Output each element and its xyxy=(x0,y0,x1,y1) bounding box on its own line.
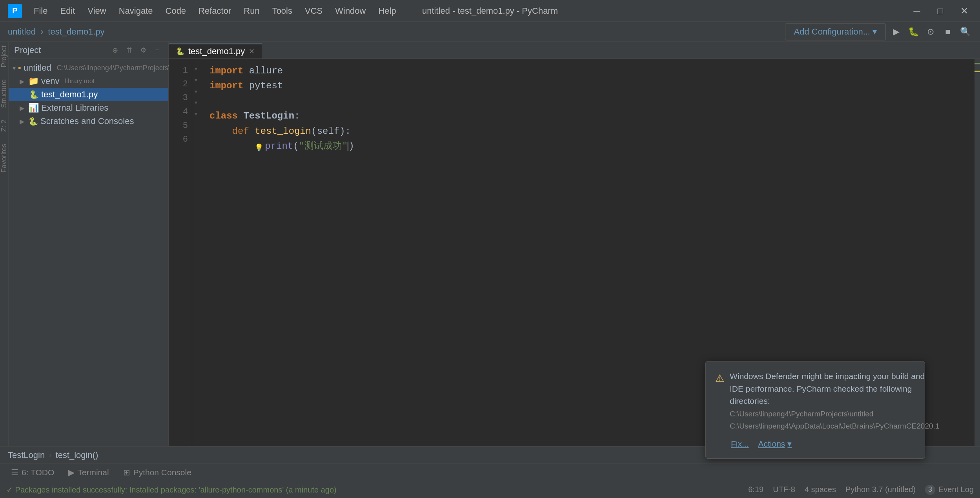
tree-arrow-untitled: ▾ xyxy=(13,64,16,72)
project-tree: ▾ ▪ untitled C:\Users\linpeng4\PycharmPr… xyxy=(9,59,168,130)
menu-edit[interactable]: Edit xyxy=(55,4,80,18)
tab-todo[interactable]: ☰ 6: TODO xyxy=(5,465,60,480)
breadcrumb-toolbar: untitled › test_demo1.py Add Configurati… xyxy=(0,22,980,42)
folder-icon-untitled: ▪ xyxy=(18,63,21,73)
app-icon: P xyxy=(8,4,22,18)
warning-icon: ⚠ xyxy=(715,371,724,386)
tree-label-test-demo1: test_demo1.py xyxy=(41,89,98,100)
gutter-mark-1 xyxy=(975,63,980,64)
actions-arrow: ▾ xyxy=(787,438,792,450)
terminal-icon: ▶ xyxy=(68,468,75,477)
tab-terminal[interactable]: ▶ Terminal xyxy=(62,465,115,480)
tab-close-button[interactable]: ✕ xyxy=(249,47,255,56)
code-line-5: def test_login(self): xyxy=(209,124,967,139)
coverage-button[interactable]: ⊙ xyxy=(924,25,938,39)
event-log-label: Event Log xyxy=(938,485,974,494)
bc-class[interactable]: TestLogin xyxy=(8,450,45,460)
indent[interactable]: 4 spaces xyxy=(805,485,836,494)
fold-gutter: ▾ ▾ ▾ ▾ ▾ xyxy=(192,59,202,446)
breadcrumb-separator: › xyxy=(40,27,43,37)
menu-tools[interactable]: Tools xyxy=(267,4,298,18)
todo-icon: ☰ xyxy=(11,468,18,477)
tree-item-venv[interactable]: ▶ 📁 venv library root xyxy=(9,75,168,88)
menu-file[interactable]: File xyxy=(28,4,53,18)
gutter-mark-warn xyxy=(975,71,980,72)
title-bar-left: P File Edit View Navigate Code Refactor … xyxy=(8,4,402,18)
terminal-label: Terminal xyxy=(78,468,109,477)
status-bar: ✓ Packages installed successfully: Insta… xyxy=(0,481,980,498)
tree-arrow-ext: ▶ xyxy=(20,104,26,112)
tree-item-untitled[interactable]: ▾ ▪ untitled C:\Users\linpeng4\PycharmPr… xyxy=(9,61,168,75)
code-line-4: class TestLogin: xyxy=(209,109,967,124)
menu-help[interactable]: Help xyxy=(373,4,401,18)
tree-path-untitled: C:\Users\linpeng4\PycharmProjects\u xyxy=(57,64,174,72)
menu-vcs[interactable]: VCS xyxy=(299,4,328,18)
sidebar-item-structure[interactable]: Structure xyxy=(0,79,8,108)
code-line-3 xyxy=(209,94,967,109)
menu-refactor[interactable]: Refactor xyxy=(193,4,237,18)
new-file-icon[interactable]: ⊕ xyxy=(109,45,120,56)
right-scroll-gutter xyxy=(975,59,980,446)
close-button[interactable]: ✕ xyxy=(956,4,972,18)
sidebar-item-z2[interactable]: Z: 2 xyxy=(0,120,8,132)
maximize-button[interactable]: □ xyxy=(934,4,947,18)
status-message: ✓ Packages installed successfully: Insta… xyxy=(6,485,740,494)
notification-title: Windows Defender might be impacting your… xyxy=(730,372,925,405)
event-log-button[interactable]: 3 Event Log xyxy=(925,485,974,495)
bottom-tabs: ☰ 6: TODO ▶ Terminal ⊞ Python Console xyxy=(0,463,980,481)
top-right-actions: Add Configuration... ▾ ▶ 🐛 ⊙ ■ 🔍 xyxy=(785,23,972,40)
tree-arrow-venv: ▶ xyxy=(20,78,26,85)
main-area: Project Structure Z: 2 Favorites Project… xyxy=(0,42,980,446)
tree-label-venv: venv xyxy=(41,76,59,86)
py-icon-test-demo1: 🐍 xyxy=(29,90,39,99)
sidebar-item-favorites[interactable]: Favorites xyxy=(0,144,8,173)
debug-button[interactable]: 🐛 xyxy=(906,25,920,39)
code-line-1: import allure xyxy=(209,64,967,78)
notification-header: ⚠ Windows Defender might be impacting yo… xyxy=(715,370,915,432)
fix-link[interactable]: Fix... xyxy=(731,438,749,450)
tree-label-untitled: untitled xyxy=(24,63,51,73)
tree-label-scratches: Scratches and Consoles xyxy=(40,116,134,126)
hide-panel-icon[interactable]: − xyxy=(152,45,163,56)
settings-icon[interactable]: ⚙ xyxy=(138,45,149,56)
title-bar: P File Edit View Navigate Code Refactor … xyxy=(0,0,980,22)
menu-navigate[interactable]: Navigate xyxy=(113,4,158,18)
breadcrumb-project[interactable]: untitled xyxy=(8,27,36,37)
folder-icon-ext: 📊 xyxy=(28,103,39,113)
menu-code[interactable]: Code xyxy=(160,4,192,18)
add-config-label: Add Configuration... xyxy=(794,27,870,37)
breadcrumb-file[interactable]: test_demo1.py xyxy=(48,27,104,37)
python-version[interactable]: Python 3.7 (untitled) xyxy=(845,485,916,494)
tree-item-external-libs[interactable]: ▶ 📊 External Libraries xyxy=(9,101,168,115)
tab-bar: 🐍 test_demo1.py ✕ xyxy=(169,42,980,59)
menu-view[interactable]: View xyxy=(82,4,111,18)
window-title: untitled - test_demo1.py - PyCharm xyxy=(422,6,558,16)
code-line-2: import pytest xyxy=(209,78,967,93)
actions-link[interactable]: Actions ▾ xyxy=(758,438,792,450)
menu-run[interactable]: Run xyxy=(238,4,265,18)
menu-bar: File Edit View Navigate Code Refactor Ru… xyxy=(28,4,402,18)
stop-button[interactable]: ■ xyxy=(941,25,955,39)
tab-test-demo1[interactable]: 🐍 test_demo1.py ✕ xyxy=(169,44,262,58)
menu-window[interactable]: Window xyxy=(330,4,371,18)
cursor-position[interactable]: 6:19 xyxy=(748,485,763,494)
search-everywhere-button[interactable]: 🔍 xyxy=(958,25,972,39)
minimize-button[interactable]: ─ xyxy=(909,4,924,18)
bc-method[interactable]: test_login() xyxy=(56,450,98,460)
add-config-arrow: ▾ xyxy=(873,27,877,37)
sidebar-item-project[interactable]: Project xyxy=(0,46,8,67)
code-line-6: 💡print("测试成功") xyxy=(209,139,967,154)
encoding[interactable]: UTF-8 xyxy=(773,485,795,494)
status-right: 6:19 UTF-8 4 spaces Python 3.7 (untitled… xyxy=(748,485,974,495)
event-log-badge: 3 xyxy=(925,485,935,495)
run-button[interactable]: ▶ xyxy=(889,25,903,39)
collapse-all-icon[interactable]: ⇈ xyxy=(124,45,135,56)
left-sidebar-labels: Project Structure Z: 2 Favorites xyxy=(0,42,9,446)
tab-label: test_demo1.py xyxy=(188,46,245,57)
add-configuration-button[interactable]: Add Configuration... ▾ xyxy=(785,23,886,40)
actions-label: Actions xyxy=(758,438,785,450)
folder-icon-scratches: 🐍 xyxy=(28,117,38,126)
tree-item-test-demo1[interactable]: 🐍 test_demo1.py xyxy=(9,88,168,101)
tree-item-scratches[interactable]: ▶ 🐍 Scratches and Consoles xyxy=(9,115,168,128)
tab-python-console[interactable]: ⊞ Python Console xyxy=(117,465,198,480)
